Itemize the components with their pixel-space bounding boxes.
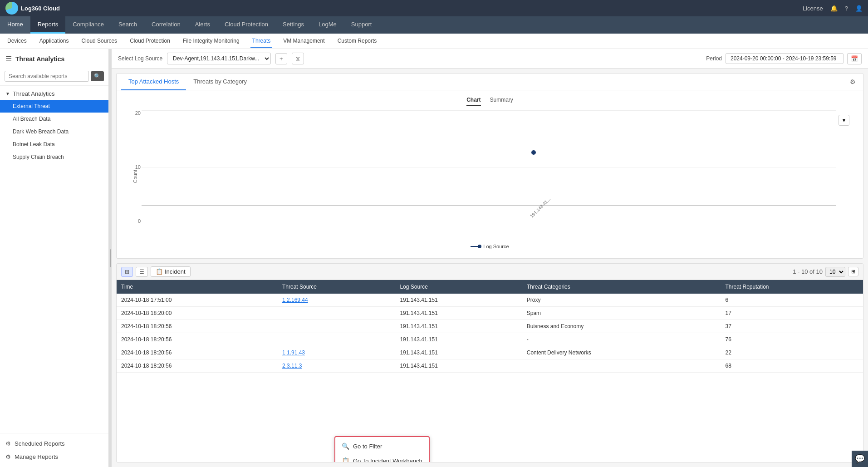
table-row: 2024-10-18 18:20:562.3.11.3191.143.41.15…: [117, 359, 863, 373]
subnav-applications[interactable]: Applications: [38, 35, 71, 48]
subnav-cloud-sources[interactable]: Cloud Sources: [79, 35, 119, 48]
context-go-to-incident[interactable]: 📋 Go To Incident Workbench: [335, 453, 429, 462]
col-threat-source: Threat Source: [278, 280, 395, 294]
grid-line-mid: [142, 167, 836, 167]
chart-tabs: Top Attacked Hosts Threats by Category ⚙: [117, 74, 863, 90]
tab-top-attacked-hosts[interactable]: Top Attacked Hosts: [121, 74, 186, 90]
subnav-devices[interactable]: Devices: [5, 35, 29, 48]
cell-reputation: 76: [721, 333, 863, 346]
help-button[interactable]: ?: [845, 5, 848, 12]
context-menu: 🔍 Go to Filter 📋 Go To Incident Workbenc…: [334, 436, 430, 462]
add-log-source-btn[interactable]: +: [275, 53, 287, 64]
nav-bar: Home Reports Compliance Search Correlati…: [0, 16, 868, 34]
search-input[interactable]: [5, 71, 89, 82]
sidebar-search-area: 🔍: [0, 67, 108, 86]
app-title: Log360 Cloud: [21, 5, 60, 12]
notification-bell[interactable]: 🔔: [830, 5, 838, 12]
subnav-file-integrity[interactable]: File Integrity Monitoring: [181, 35, 241, 48]
sidebar-manage-reports[interactable]: ⚙ Manage Reports: [0, 450, 108, 463]
sidebar-section-label: Threat Analytics: [13, 90, 55, 97]
search-button[interactable]: 🔍: [91, 71, 104, 81]
table-row: 2024-10-18 18:20:56191.143.41.151Buisnes…: [117, 320, 863, 333]
cell-time: 2024-10-18 18:20:56: [117, 346, 278, 359]
sub-tab-chart[interactable]: Chart: [466, 95, 481, 106]
sidebar-item-all-breach-data[interactable]: All Breach Data: [0, 113, 108, 125]
resize-handle[interactable]: [109, 49, 112, 467]
incident-btn[interactable]: 📋 Incident: [151, 266, 191, 277]
cell-categories: Content Delivery Networks: [522, 346, 721, 359]
filter-btn[interactable]: ⧖: [292, 53, 304, 64]
sidebar-item-external-threat[interactable]: External Threat: [0, 100, 108, 113]
cell-threat-source[interactable]: 2.3.11.3: [278, 359, 395, 373]
subnav-vm-management[interactable]: VM Management: [281, 35, 326, 48]
y-tick-20: 20: [135, 110, 141, 116]
cell-threat-source[interactable]: 1.2.169.44: [278, 294, 395, 307]
sidebar-section-header[interactable]: ▼ Threat Analytics: [0, 88, 108, 100]
legend-area: Log Source: [126, 244, 854, 254]
menu-icon[interactable]: ☰: [5, 54, 12, 63]
cell-log-source: 191.143.41.151: [395, 346, 522, 359]
incident-workbench-icon: 📋: [342, 457, 349, 462]
nav-item-logme[interactable]: LogMe: [311, 16, 344, 34]
calendar-btn[interactable]: 📅: [847, 53, 862, 64]
svg-point-1: [478, 245, 481, 248]
nav-item-support[interactable]: Support: [344, 16, 379, 34]
chart-area: 20 10 0 Count: [126, 110, 854, 242]
cell-threat-source: [278, 320, 395, 333]
y-axis-label: Count: [132, 170, 138, 183]
nav-item-reports[interactable]: Reports: [30, 16, 66, 34]
nav-item-home[interactable]: Home: [0, 16, 30, 34]
subnav-threats[interactable]: Threats: [250, 35, 273, 48]
legend-item: Log Source: [471, 244, 509, 249]
chat-button[interactable]: 💬: [852, 451, 868, 467]
cell-categories: -: [522, 333, 721, 346]
sidebar-item-supply-chain[interactable]: Supply Chain Breach: [0, 151, 108, 163]
grid-view-btn[interactable]: ⊞: [121, 267, 133, 277]
user-menu[interactable]: 👤: [855, 5, 863, 12]
incident-icon: 📋: [156, 268, 163, 275]
page-size-select[interactable]: 10 25 50: [825, 267, 845, 277]
table-header-row: Time Threat Source Log Source Threat Cat…: [117, 280, 863, 294]
subnav-custom-reports[interactable]: Custom Reports: [336, 35, 379, 48]
toolbar-right: Period 2024-09-20 00:00:00 - 2024-10-19 …: [706, 53, 862, 64]
cell-threat-source[interactable]: 1.1.91.43: [278, 346, 395, 359]
sidebar-item-dark-web[interactable]: Dark Web Breach Data: [0, 125, 108, 138]
cell-threat-source: [278, 333, 395, 346]
nav-item-cloud-protection[interactable]: Cloud Protection: [217, 16, 275, 34]
sidebar-scheduled-reports[interactable]: ⚙ Scheduled Reports: [0, 437, 108, 450]
sub-tabs: Chart Summary: [126, 95, 854, 106]
sidebar-footer: ⚙ Scheduled Reports ⚙ Manage Reports: [0, 433, 108, 467]
column-settings-btn[interactable]: ⊞: [848, 267, 858, 276]
nav-item-alerts[interactable]: Alerts: [188, 16, 217, 34]
nav-item-search[interactable]: Search: [111, 16, 144, 34]
log-source-select[interactable]: Dev-Agent,191.143.41.151,Darkw...: [167, 53, 271, 64]
subnav-cloud-protection[interactable]: Cloud Protection: [128, 35, 172, 48]
list-view-btn[interactable]: ☰: [136, 267, 148, 277]
cell-reputation: 17: [721, 307, 863, 320]
nav-item-correlation[interactable]: Correlation: [144, 16, 188, 34]
sub-nav: Devices Applications Cloud Sources Cloud…: [0, 34, 868, 49]
logo-icon: [5, 2, 18, 15]
cell-log-source: 191.143.41.151: [395, 294, 522, 307]
sidebar-item-botnet-leak[interactable]: Botnet Leak Data: [0, 138, 108, 151]
cell-log-source: 191.143.41.151: [395, 359, 522, 373]
nav-item-settings[interactable]: Settings: [275, 16, 311, 34]
scheduled-reports-label: Scheduled Reports: [15, 440, 65, 447]
cell-log-source: 191.143.41.151: [395, 333, 522, 346]
tab-threats-by-category[interactable]: Threats by Category: [186, 74, 254, 90]
sub-tab-summary[interactable]: Summary: [490, 95, 513, 106]
legend-icon: [471, 245, 481, 248]
chart-settings-icon[interactable]: ⚙: [847, 75, 858, 88]
cell-threat-source: [278, 307, 395, 320]
sidebar: ☰ Threat Analytics 🔍 ▼ Threat Analytics …: [0, 49, 109, 467]
context-incident-label: Go To Incident Workbench: [353, 457, 422, 463]
chart-container: Top Attacked Hosts Threats by Category ⚙…: [116, 73, 863, 259]
filter-icon: 🔍: [342, 442, 349, 450]
gear-icon-manage: ⚙: [5, 453, 11, 460]
context-go-to-filter[interactable]: 🔍 Go to Filter: [335, 439, 429, 453]
cell-time: 2024-10-18 18:20:56: [117, 333, 278, 346]
cell-categories: Buisness and Economy: [522, 320, 721, 333]
license-link[interactable]: License: [803, 5, 823, 12]
nav-item-compliance[interactable]: Compliance: [65, 16, 111, 34]
period-value: 2024-09-20 00:00:00 - 2024-10-19 23:59:5…: [726, 53, 843, 64]
